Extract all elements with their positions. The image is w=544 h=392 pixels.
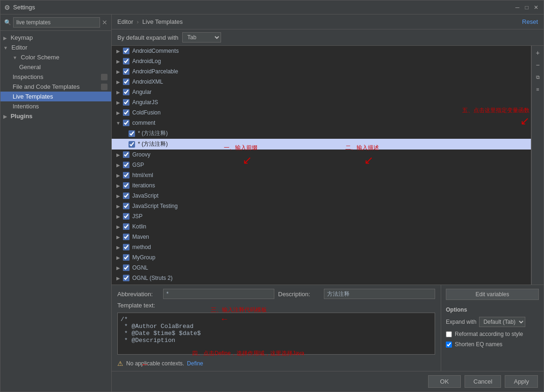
define-link[interactable]: Define [187, 360, 203, 367]
item-checkbox[interactable] [123, 275, 129, 281]
breadcrumb: Editor › Live Templates [117, 18, 183, 25]
list-item[interactable]: ▶ Kotlin [112, 221, 531, 232]
reformat-checkbox[interactable] [446, 331, 452, 337]
list-item[interactable]: ▶ AndroidComments [112, 46, 531, 56]
maximize-button[interactable]: □ [523, 4, 530, 11]
list-item[interactable]: ▶ iterations [112, 180, 531, 191]
search-clear-icon[interactable]: ✕ [102, 19, 107, 26]
abbreviation-input[interactable] [163, 289, 274, 299]
edit-variables-button[interactable]: Edit variables [446, 289, 539, 300]
sidebar-item-intentions[interactable]: Intentions [0, 101, 111, 111]
item-checkbox[interactable] [123, 89, 129, 95]
list-item[interactable]: ▶ ColdFusion [112, 107, 531, 118]
item-name: iterations [132, 182, 527, 189]
item-checkbox[interactable] [123, 58, 129, 64]
list-item[interactable]: ▶ GSP [112, 160, 531, 170]
item-checkbox[interactable] [123, 223, 129, 230]
list-item[interactable]: ▶ JavaScript [112, 191, 531, 201]
list-item[interactable]: ▶ MyGroup [112, 252, 531, 263]
context-text: No applicable contexts. [126, 360, 184, 367]
list-item[interactable]: ▶ AndroidLog [112, 56, 531, 66]
editor-fields: Abbreviation: Description: Template text… [112, 285, 441, 371]
remove-button[interactable]: − [533, 60, 543, 70]
expand-icon: ▶ [115, 234, 121, 240]
item-name: html/xml [132, 172, 527, 178]
item-checkbox[interactable] [123, 182, 129, 189]
item-checkbox[interactable] [123, 162, 129, 168]
reset-link[interactable]: Reset [522, 18, 538, 25]
sidebar-item-keymap[interactable]: ▶ Keymap [0, 33, 111, 43]
sidebar-item-plugins[interactable]: ▶ Plugins [0, 111, 111, 121]
item-checkbox[interactable] [123, 109, 129, 116]
list-item[interactable]: ▶ html/xml [112, 170, 531, 180]
close-button[interactable]: ✕ [532, 4, 540, 11]
item-checkbox[interactable] [123, 151, 129, 158]
expand-icon [121, 142, 127, 147]
sidebar-item-label: File and Code Templates [13, 83, 80, 90]
list-item[interactable]: ▼ comment [112, 118, 531, 128]
item-checkbox[interactable] [123, 120, 129, 126]
list-item[interactable]: ▶ AndroidXML [112, 77, 531, 87]
item-checkbox[interactable] [123, 78, 129, 85]
item-checkbox[interactable] [123, 172, 129, 178]
list-item[interactable]: * (方法注释) [112, 128, 531, 139]
item-checkbox[interactable] [123, 264, 129, 271]
item-checkbox[interactable] [123, 254, 129, 261]
apply-button[interactable]: Apply [505, 375, 538, 388]
list-item[interactable]: ▶ AngularJS [112, 97, 531, 107]
item-checkbox[interactable] [123, 99, 129, 106]
sidebar-item-live-templates[interactable]: Live Templates [0, 92, 111, 101]
warning-icon: ⚠ [117, 360, 123, 367]
minimize-button[interactable]: ─ [514, 4, 521, 11]
list-item[interactable]: ▶ Maven [112, 232, 531, 242]
sidebar-item-color-scheme[interactable]: ▼ Color Scheme [0, 52, 111, 62]
sidebar-item-inspections[interactable]: Inspections [0, 72, 111, 82]
expand-with-select[interactable]: Default (Tab) Tab Enter [479, 317, 525, 327]
item-checkbox[interactable] [129, 130, 135, 137]
expand-icon: ▶ [115, 69, 121, 74]
expand-icon: ▶ [115, 162, 121, 168]
item-name: JavaScript Testing [132, 203, 527, 209]
add-button[interactable]: + [533, 48, 543, 58]
template-list-area: ▶ AndroidComments ▶ AndroidLog ▶ [112, 46, 544, 285]
search-box: 🔍 ✕ [0, 14, 111, 31]
settings-window: ⚙ Settings ─ □ ✕ 🔍 ✕ ▶ Keymap ▼ Edito [0, 0, 544, 392]
item-name: OGNL (Struts 2) [132, 275, 527, 281]
shorten-label: Shorten EQ names [455, 341, 502, 348]
sidebar-item-label: Editor [12, 44, 28, 51]
description-input[interactable] [324, 289, 435, 299]
list-item[interactable]: ▶ Groovy [112, 150, 531, 160]
item-checkbox[interactable] [123, 192, 129, 199]
item-checkbox[interactable] [123, 244, 129, 250]
ok-button[interactable]: OK [428, 375, 461, 388]
list-item[interactable]: ▶ AndroidParcelable [112, 66, 531, 77]
item-checkbox[interactable] [123, 48, 129, 54]
reformat-row: Reformat according to style [446, 331, 539, 337]
item-checkbox[interactable] [123, 213, 129, 220]
sidebar-item-general[interactable]: General [0, 62, 111, 72]
item-checkbox[interactable] [123, 234, 129, 240]
list-item-selected[interactable]: * (方法注释) [112, 139, 531, 150]
shorten-checkbox[interactable] [446, 342, 452, 348]
sidebar-item-file-and-code-templates[interactable]: File and Code Templates [0, 82, 111, 92]
search-input[interactable] [13, 17, 100, 28]
item-checkbox[interactable] [123, 68, 129, 75]
cancel-button[interactable]: Cancel [465, 375, 501, 388]
settings-button[interactable]: ≡ [533, 84, 543, 94]
item-checkbox[interactable] [129, 141, 135, 148]
sidebar-item-editor[interactable]: ▼ Editor [0, 43, 111, 52]
expand-with-select[interactable]: Tab Enter Space [182, 32, 221, 43]
list-toolbar: + − ⧉ ≡ [531, 46, 544, 285]
list-item[interactable]: ▶ method [112, 242, 531, 252]
template-textarea[interactable]: /* * @Author ColaBread * @Date $time$ $d… [117, 313, 435, 355]
list-item[interactable]: ▶ Angular [112, 87, 531, 97]
list-item[interactable]: ▶ JSP [112, 211, 531, 221]
template-text-label: Template text: [117, 302, 435, 309]
copy-button[interactable]: ⧉ [533, 72, 543, 82]
expand-icon: ▶ [115, 183, 121, 188]
item-checkbox[interactable] [123, 203, 129, 209]
list-item[interactable]: ▶ OGNL (Struts 2) [112, 273, 531, 283]
list-item[interactable]: ▶ OGNL [112, 263, 531, 273]
expand-icon: ▶ [115, 224, 121, 229]
list-item[interactable]: ▶ JavaScript Testing [112, 201, 531, 211]
